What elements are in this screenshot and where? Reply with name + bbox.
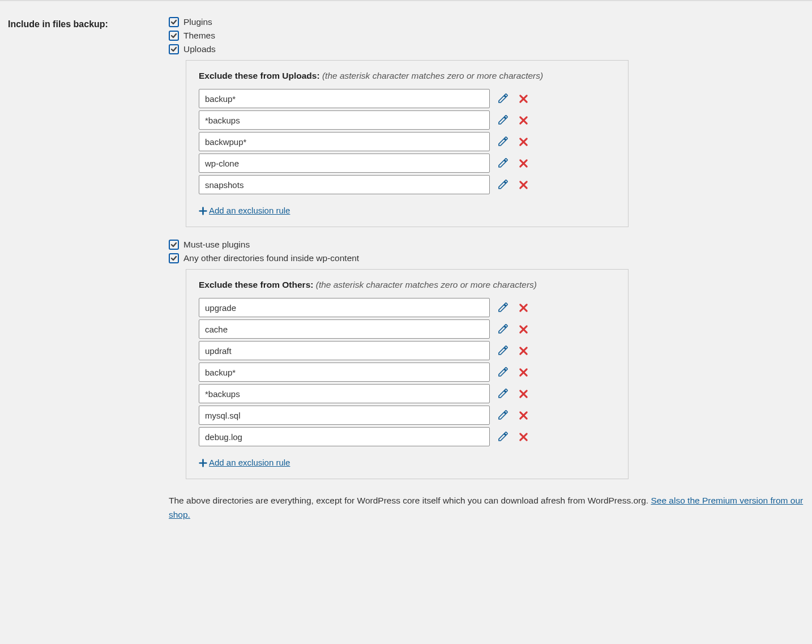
- exclusion-rule-input[interactable]: snapshots: [199, 175, 490, 194]
- delete-icon[interactable]: [518, 432, 528, 442]
- other-dirs-checkbox-label: Any other directories found inside wp-co…: [183, 253, 359, 263]
- exclusion-rule-input[interactable]: *backups: [199, 110, 490, 130]
- plus-icon: [199, 457, 207, 468]
- others-panel-title: Exclude these from Others:: [199, 280, 313, 289]
- add-rule-label: Add an exclusion rule: [209, 206, 290, 215]
- exclusion-rule-input[interactable]: backwpup*: [199, 132, 490, 151]
- edit-icon[interactable]: [498, 115, 508, 125]
- edit-icon[interactable]: [498, 432, 508, 442]
- edit-icon[interactable]: [498, 302, 508, 313]
- themes-checkbox[interactable]: [169, 31, 179, 41]
- add-uploads-rule-button[interactable]: Add an exclusion rule: [199, 204, 290, 216]
- uploads-exclusion-panel: Exclude these from Uploads: (the asteris…: [186, 60, 629, 227]
- edit-icon[interactable]: [498, 410, 508, 420]
- plus-icon: [199, 204, 207, 216]
- edit-icon[interactable]: [498, 324, 508, 334]
- exclusion-rule-row: snapshots: [199, 175, 616, 194]
- mu-plugins-checkbox[interactable]: [169, 240, 179, 250]
- uploads-panel-title: Exclude these from Uploads:: [199, 71, 320, 80]
- exclusion-rule-row: wp-clone: [199, 153, 616, 173]
- exclusion-rule-row: debug.log: [199, 427, 616, 446]
- uploads-panel-subtitle: (the asterisk character matches zero or …: [322, 71, 543, 80]
- exclusion-rule-input[interactable]: updraft: [199, 341, 490, 360]
- add-others-rule-button[interactable]: Add an exclusion rule: [199, 457, 290, 468]
- themes-checkbox-label: Themes: [183, 31, 215, 41]
- exclusion-rule-row: backup*: [199, 362, 616, 382]
- exclusion-rule-input[interactable]: upgrade: [199, 298, 490, 317]
- delete-icon[interactable]: [518, 302, 528, 313]
- exclusion-rule-input[interactable]: mysql.sql: [199, 406, 490, 425]
- delete-icon[interactable]: [518, 180, 528, 190]
- edit-icon[interactable]: [498, 93, 508, 104]
- exclusion-rule-row: cache: [199, 319, 616, 339]
- delete-icon[interactable]: [518, 410, 528, 420]
- exclusion-rule-input[interactable]: *backups: [199, 384, 490, 403]
- edit-icon[interactable]: [498, 346, 508, 356]
- exclusion-rule-input[interactable]: debug.log: [199, 427, 490, 446]
- exclusion-rule-row: mysql.sql: [199, 406, 616, 425]
- footer-text: The above directories are everything, ex…: [169, 496, 651, 505]
- exclusion-rule-row: *backups: [199, 110, 616, 130]
- delete-icon[interactable]: [518, 324, 528, 334]
- exclusion-rule-input[interactable]: backup*: [199, 362, 490, 382]
- exclusion-rule-input[interactable]: wp-clone: [199, 153, 490, 173]
- section-divider: [0, 0, 812, 1]
- uploads-checkbox-label: Uploads: [183, 44, 216, 54]
- others-exclusion-panel: Exclude these from Others: (the asterisk…: [186, 269, 629, 479]
- exclusion-rule-input[interactable]: cache: [199, 319, 490, 339]
- delete-icon[interactable]: [518, 389, 528, 399]
- edit-icon[interactable]: [498, 137, 508, 147]
- exclusion-rule-input[interactable]: backup*: [199, 89, 490, 108]
- uploads-checkbox[interactable]: [169, 44, 179, 54]
- exclusion-rule-row: *backups: [199, 384, 616, 403]
- delete-icon[interactable]: [518, 93, 528, 104]
- add-rule-label: Add an exclusion rule: [209, 458, 290, 467]
- mu-plugins-checkbox-label: Must-use plugins: [183, 240, 250, 250]
- exclusion-rule-row: updraft: [199, 341, 616, 360]
- edit-icon[interactable]: [498, 367, 508, 377]
- edit-icon[interactable]: [498, 389, 508, 399]
- other-dirs-checkbox[interactable]: [169, 253, 179, 263]
- exclusion-rule-row: backwpup*: [199, 132, 616, 151]
- plugins-checkbox-label: Plugins: [183, 17, 212, 27]
- exclusion-rule-row: upgrade: [199, 298, 616, 317]
- delete-icon[interactable]: [518, 367, 528, 377]
- delete-icon[interactable]: [518, 158, 528, 168]
- delete-icon[interactable]: [518, 346, 528, 356]
- section-label: Include in files backup:: [8, 19, 108, 29]
- delete-icon[interactable]: [518, 115, 528, 125]
- exclusion-rule-row: backup*: [199, 89, 616, 108]
- edit-icon[interactable]: [498, 180, 508, 190]
- edit-icon[interactable]: [498, 158, 508, 168]
- plugins-checkbox[interactable]: [169, 17, 179, 27]
- others-panel-subtitle: (the asterisk character matches zero or …: [316, 280, 537, 289]
- delete-icon[interactable]: [518, 137, 528, 147]
